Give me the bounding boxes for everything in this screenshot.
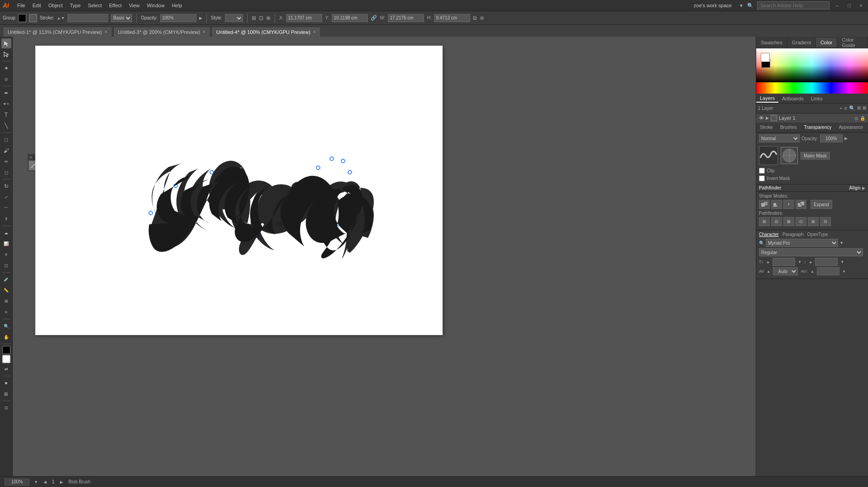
scale-tool[interactable]: ⤢ xyxy=(1,192,11,202)
menu-edit[interactable]: Edit xyxy=(29,2,45,9)
trim-btn[interactable]: ⊟ xyxy=(771,217,782,226)
links-tab[interactable]: Links xyxy=(807,95,826,102)
gradient-tool[interactable]: ◫ xyxy=(1,260,11,270)
close-button[interactable]: × xyxy=(857,3,865,8)
merge-btn[interactable]: ⊠ xyxy=(783,217,794,226)
layer-target[interactable]: ◎ xyxy=(854,116,858,121)
menu-window[interactable]: Window xyxy=(143,2,168,9)
transform-btn[interactable]: ⧉ xyxy=(473,15,477,21)
lasso-tool[interactable]: ⌾ xyxy=(1,74,11,84)
fill-swatch[interactable] xyxy=(18,14,26,22)
tab-0[interactable]: Untitled-1* @ 113% (CMYK/GPU Preview) × xyxy=(3,27,112,37)
rotate-tool[interactable]: ↻ xyxy=(1,181,11,191)
hand-tool[interactable]: ✋ xyxy=(1,332,11,342)
menu-file[interactable]: File xyxy=(14,2,29,9)
color-guide-tab[interactable]: Color Guide xyxy=(837,37,868,50)
swap-colors[interactable]: ⇄ xyxy=(1,364,11,374)
mask-preview-circle[interactable] xyxy=(781,147,798,164)
font-dropdown-arrow[interactable]: ▼ xyxy=(839,241,844,245)
divide-btn[interactable]: ⊞ xyxy=(759,217,770,226)
line-tool[interactable]: ╲ xyxy=(1,121,11,131)
layers-new-btn[interactable]: + xyxy=(839,105,842,111)
gradient-mode[interactable]: ▤ xyxy=(1,389,11,399)
stroke-input[interactable] xyxy=(67,14,108,22)
intersect-btn[interactable] xyxy=(783,200,794,209)
artboards-tab[interactable]: Artboards xyxy=(778,95,807,102)
opacity-input[interactable] xyxy=(820,134,843,142)
color-mode[interactable]: ■ xyxy=(1,378,11,388)
layers-search-btn[interactable]: 🔍 xyxy=(849,105,855,111)
style-select[interactable] xyxy=(225,14,243,22)
kerning-spinup[interactable]: ▲ xyxy=(767,270,770,274)
maximize-button[interactable]: □ xyxy=(845,3,854,8)
eyedropper-tool[interactable]: 💉 xyxy=(1,274,11,284)
leading-input[interactable]: (14.4 pt) xyxy=(815,258,838,266)
minimize-button[interactable]: – xyxy=(833,3,841,8)
search-input[interactable] xyxy=(757,1,830,9)
symbol-sprayer-tool[interactable]: ☁ xyxy=(1,228,11,238)
layers-more[interactable]: ⊠ xyxy=(863,105,866,111)
tab-1-close[interactable]: × xyxy=(203,29,205,34)
tracking-input[interactable]: 0 xyxy=(817,267,839,275)
invert-checkbox[interactable] xyxy=(759,175,765,181)
transparency-tab[interactable]: Transparency xyxy=(801,124,835,131)
zoom-input[interactable]: 100% xyxy=(5,478,29,486)
mask-preview-wave[interactable] xyxy=(759,146,778,165)
font-size-spinup[interactable]: ▲ xyxy=(766,260,770,264)
kerning-select[interactable]: Auto 0 Optical xyxy=(773,267,798,275)
float-panel-collapse[interactable]: « xyxy=(30,155,32,160)
tab-1[interactable]: Untitled-3* @ 200% (CMYK/Preview) × xyxy=(113,27,210,37)
column-graph-tool[interactable]: 📊 xyxy=(1,239,11,249)
swatches-tab[interactable]: Swatches xyxy=(756,38,787,47)
zoom-dropdown[interactable]: ▼ xyxy=(34,480,38,484)
measure-tool[interactable]: 📏 xyxy=(1,285,11,295)
selection-tool[interactable] xyxy=(1,38,11,48)
tracking-spinup[interactable]: ▲ xyxy=(811,270,814,274)
character-tab[interactable]: Character xyxy=(759,232,779,237)
blend-tool[interactable]: ∞ xyxy=(1,307,11,317)
appearance-tab[interactable]: Appearance xyxy=(835,124,867,131)
paintbrush-tool[interactable]: 🖌 xyxy=(1,146,11,156)
layer-expand-arrow[interactable]: ▶ xyxy=(766,116,769,120)
tracking-spindown[interactable]: ▼ xyxy=(842,270,846,274)
brushes-tab[interactable]: Brushes xyxy=(777,124,801,131)
opentype-tab[interactable]: OpenType xyxy=(807,232,828,237)
menu-select[interactable]: Select xyxy=(84,2,105,9)
stroke-tab[interactable]: Stroke xyxy=(756,124,777,131)
expand-button[interactable]: Expand xyxy=(811,200,832,209)
font-select[interactable]: Myriad Pro xyxy=(766,239,838,247)
pencil-tool[interactable]: ✏ xyxy=(1,156,11,166)
menu-help[interactable]: Help xyxy=(168,2,186,9)
direct-selection-tool[interactable] xyxy=(1,49,11,59)
make-mask-button[interactable]: Make Mask xyxy=(801,152,830,160)
magic-wand-tool[interactable]: ✦ xyxy=(1,63,11,73)
layers-options[interactable]: ⊞ xyxy=(857,105,861,111)
linked-tools[interactable]: ⊞ xyxy=(1,296,11,306)
warp-btn[interactable]: ≋ xyxy=(480,15,484,21)
brush-select[interactable]: Basic xyxy=(111,14,132,22)
opacity-arrow[interactable]: ▶ xyxy=(844,136,848,141)
minus-back-btn[interactable]: ⊟ xyxy=(820,217,831,226)
leading-spindown[interactable]: ▼ xyxy=(840,260,844,264)
menu-object[interactable]: Object xyxy=(45,2,67,9)
font-search-icon[interactable]: 🔍 xyxy=(759,241,764,246)
tab-0-close[interactable]: × xyxy=(105,29,107,34)
text-tool[interactable]: T xyxy=(1,110,11,120)
blend-mode-select[interactable]: Normal Multiply Screen Overlay xyxy=(759,134,800,142)
width-tool[interactable]: ⇕ xyxy=(1,214,11,224)
minus-front-btn[interactable] xyxy=(771,200,782,209)
paragraph-tab[interactable]: Paragraph xyxy=(782,232,804,237)
color-tab[interactable]: Color xyxy=(816,38,837,47)
unite-btn[interactable] xyxy=(759,200,770,209)
layer-row[interactable]: 👁 ▶ Layer 1 ◎ 🔒 xyxy=(756,113,868,123)
font-style-select[interactable]: Regular Bold Italic xyxy=(759,248,863,256)
zoom-tool[interactable]: 🔍 xyxy=(1,321,11,331)
gradient-tab[interactable]: Gradient xyxy=(787,38,816,47)
font-size-spindown[interactable]: ▼ xyxy=(798,260,801,264)
outline-btn[interactable]: ⊞ xyxy=(808,217,819,226)
exclude-btn[interactable] xyxy=(796,200,806,209)
menu-type[interactable]: Type xyxy=(67,2,85,9)
workspace-switcher[interactable]: zoe's work space xyxy=(690,2,735,9)
stroke-color-swatch[interactable] xyxy=(2,355,10,363)
menu-view[interactable]: View xyxy=(125,2,143,9)
